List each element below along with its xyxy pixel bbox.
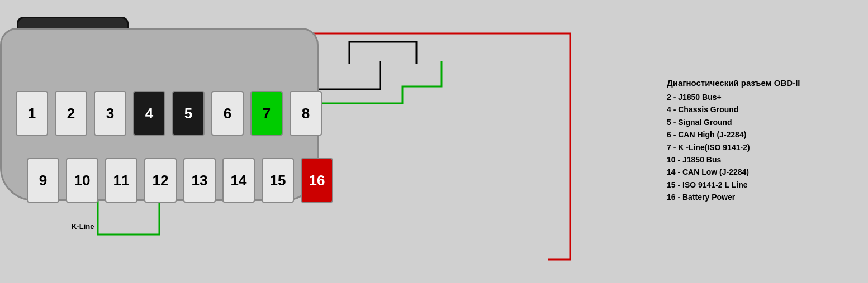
obd-pins-top-row: 1 2 3 4 5 6 7 8 <box>16 91 322 136</box>
info-item-5: 5 - Signal Ground <box>667 116 857 128</box>
info-item-10: 10 - J1850 Bus <box>667 154 857 166</box>
obd-pin-4: 4 <box>133 91 165 136</box>
info-panel: Диагностический разъем OBD-II 2 - J1850 … <box>667 78 857 204</box>
obd-pin-14: 14 <box>222 158 255 203</box>
obd-pin-9: 9 <box>27 158 59 203</box>
obd-pin-1: 1 <box>16 91 48 136</box>
obd-pin-6: 6 <box>211 91 244 136</box>
info-item-14: 14 - CAN Low (J-2284) <box>667 166 857 178</box>
obd-pin-12: 12 <box>144 158 177 203</box>
info-item-2: 2 - J1850 Bus+ <box>667 91 857 103</box>
obd-pins-bottom-row: 9 10 11 12 13 14 15 16 <box>27 158 333 203</box>
obd-connector-body: 1 2 3 4 5 6 7 8 9 10 11 12 13 14 15 16 <box>0 28 319 201</box>
obd-pin-16: 16 <box>301 158 333 203</box>
label-kline: K-Line <box>72 222 94 231</box>
obd-pin-13: 13 <box>183 158 216 203</box>
info-title: Диагностический разъем OBD-II <box>667 78 857 88</box>
obd-pin-5: 5 <box>172 91 205 136</box>
info-item-16: 16 - Battery Power <box>667 191 857 203</box>
info-item-6: 6 - CAN High (J-2284) <box>667 128 857 141</box>
obd-pin-11: 11 <box>105 158 137 203</box>
obd-pin-2: 2 <box>55 91 87 136</box>
obd-pin-8: 8 <box>290 91 322 136</box>
obd-pin-15: 15 <box>262 158 294 203</box>
obd-pin-10: 10 <box>66 158 98 203</box>
info-list: 2 - J1850 Bus+ 4 - Chassis Ground 5 - Si… <box>667 91 857 204</box>
obd-pin-7: 7 <box>250 91 283 136</box>
info-item-15: 15 - ISO 9141-2 L Line <box>667 179 857 191</box>
info-item-4: 4 - Chassis Ground <box>667 103 857 116</box>
obd-pin-3: 3 <box>94 91 126 136</box>
info-item-7: 7 - K -Line(ISO 9141-2) <box>667 141 857 154</box>
